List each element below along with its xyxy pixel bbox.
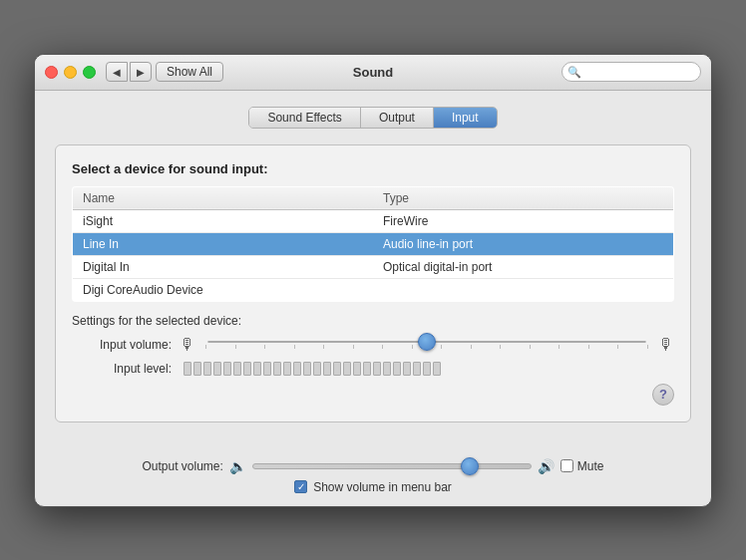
search-box: 🔍 [561,62,701,82]
show-volume-checkbox[interactable]: ✓ [294,480,307,493]
maximize-button[interactable] [83,66,96,79]
input-panel: Select a device for sound input: Name Ty… [55,144,691,422]
mute-section: Mute [560,459,604,473]
level-bar [184,362,191,376]
help-button[interactable]: ? [652,384,674,406]
level-bar [403,362,411,376]
level-bar [263,362,271,376]
show-volume-label: Show volume in menu bar [313,480,452,494]
settings-section: Settings for the selected device: Input … [72,314,674,376]
col-header-type: Type [373,186,674,209]
close-button[interactable] [45,66,58,79]
tabs: Sound Effects Output Input [248,107,497,129]
show-all-button[interactable]: Show All [156,62,223,82]
level-bar [203,362,211,376]
mic-high-icon: 🎙 [658,336,674,354]
input-volume-label: Input volume: [72,338,172,352]
table-row[interactable]: Digital In Optical digital-in port [73,255,674,278]
input-volume-slider-container [203,341,650,349]
device-type: Audio line-in port [373,232,674,255]
output-volume-label: Output volume: [142,459,222,473]
level-bar [333,362,341,376]
level-bar [343,362,351,376]
input-volume-row: Input volume: 🎙 [72,336,674,354]
device-type: FireWire [373,209,674,232]
output-volume-row: Output volume: 🔈 🔊 Mute [55,458,691,474]
settings-title: Settings for the selected device: [72,314,674,328]
window-title: Sound [353,65,393,80]
input-volume-track[interactable] [207,341,646,343]
level-bar [193,362,201,376]
level-bar [223,362,231,376]
device-type: Optical digital-in port [373,255,674,278]
back-button[interactable]: ◀ [106,62,128,82]
tab-sound-effects[interactable]: Sound Effects [249,108,361,128]
level-bar [433,362,441,376]
level-bar [323,362,331,376]
level-bar [293,362,301,376]
level-bar [393,362,401,376]
panel-section-title: Select a device for sound input: [72,161,674,176]
col-header-name: Name [73,186,374,209]
device-table: Name Type iSight FireWire Line In Audio … [72,186,674,302]
checkmark-icon: ✓ [297,482,305,492]
table-row[interactable]: Digi CoreAudio Device [73,278,674,301]
speaker-low-icon: 🔈 [229,458,246,474]
level-bar [413,362,421,376]
device-name: iSight [73,209,374,232]
level-bar [233,362,241,376]
output-volume-track[interactable] [252,463,532,469]
device-name: Line In [73,232,374,255]
tab-output[interactable]: Output [361,108,434,128]
tabs-container: Sound Effects Output Input [55,107,691,129]
search-input[interactable] [561,62,701,82]
level-display [184,362,670,376]
device-name: Digi CoreAudio Device [73,278,374,301]
table-row[interactable]: Line In Audio line-in port [73,232,674,255]
show-volume-row: ✓ Show volume in menu bar [294,480,452,494]
level-bar [213,362,221,376]
mic-low-icon: 🎙 [180,336,195,354]
forward-button[interactable]: ▶ [130,62,152,82]
minimize-button[interactable] [64,66,77,79]
titlebar: ◀ ▶ Show All Sound 🔍 [35,55,711,91]
input-level-row: Input level: [72,362,674,376]
main-window: ◀ ▶ Show All Sound 🔍 Sound Effects Outpu… [34,54,712,507]
level-bar [423,362,431,376]
level-bar [363,362,371,376]
nav-buttons: ◀ ▶ [106,62,152,82]
traffic-lights [45,66,96,79]
level-bar [243,362,251,376]
input-level-label: Input level: [72,362,172,376]
level-bar [373,362,381,376]
mute-label: Mute [577,459,604,473]
level-bar [313,362,321,376]
table-row[interactable]: iSight FireWire [73,209,674,232]
level-bar [253,362,261,376]
device-type [373,278,674,301]
level-bar [283,362,291,376]
main-content: Sound Effects Output Input Select a devi… [35,91,711,450]
speaker-high-icon: 🔊 [538,458,555,474]
search-icon: 🔍 [567,66,581,79]
device-name: Digital In [73,255,374,278]
tab-input[interactable]: Input [434,108,497,128]
bottom-bar: Output volume: 🔈 🔊 Mute ✓ Show volume in… [35,450,711,506]
level-bar [273,362,281,376]
output-volume-thumb[interactable] [461,457,479,475]
level-bar [353,362,361,376]
level-bar [383,362,391,376]
mute-checkbox[interactable] [560,459,573,472]
level-bar [303,362,311,376]
